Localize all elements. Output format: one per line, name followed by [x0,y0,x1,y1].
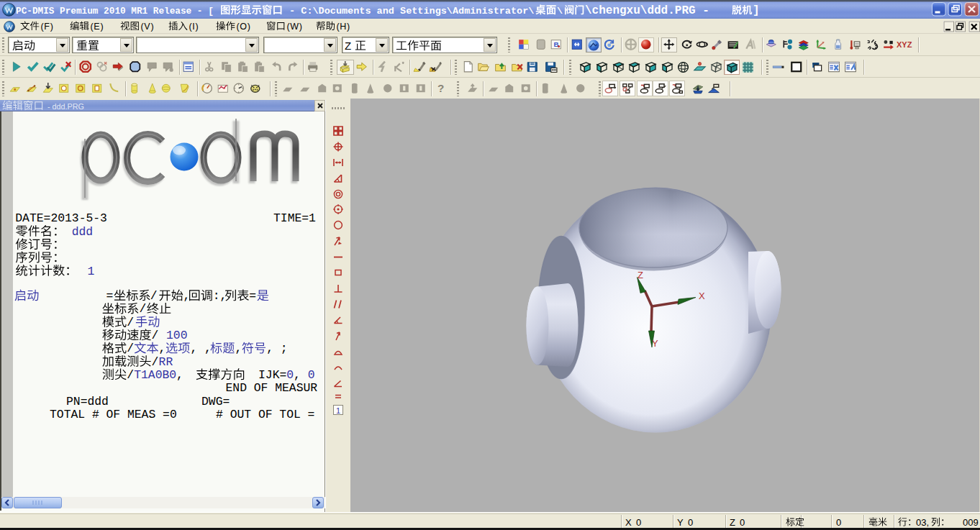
svg-text:Z: Z [638,270,643,280]
svg-text:?: ? [437,82,444,94]
svg-text:Y: Y [652,338,658,349]
svg-text:X: X [699,291,705,301]
